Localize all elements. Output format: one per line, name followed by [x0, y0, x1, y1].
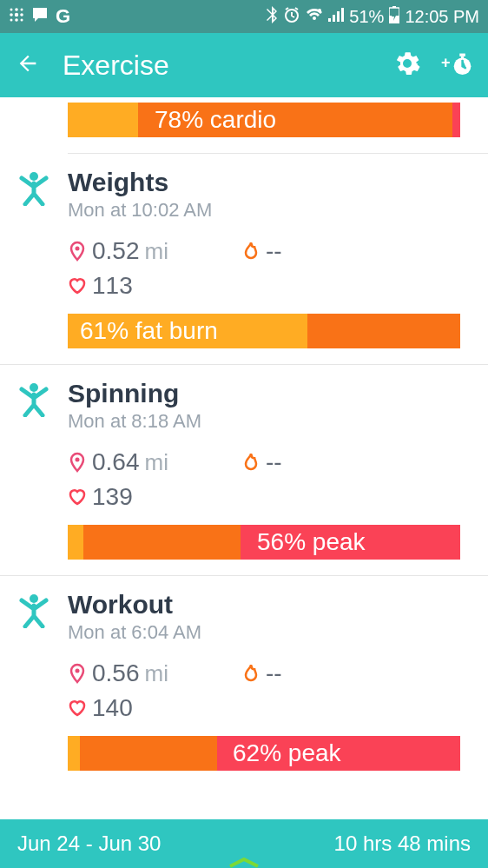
svg-point-6 — [10, 18, 13, 21]
exercise-item-partial[interactable]: 78% cardio — [0, 103, 488, 154]
zone-segment-peak — [452, 103, 460, 137]
zone-bar: 61% fat burn — [68, 314, 460, 348]
calories-value: -- — [266, 237, 282, 265]
summary-date-range: Jun 24 - Jun 30 — [17, 832, 334, 856]
exercise-item[interactable]: Spinning Mon at 8:18 AM 0.64 mi -- — [0, 365, 488, 576]
battery-text: 51% — [349, 7, 384, 27]
exercise-item[interactable]: Workout Mon at 6:04 AM 0.56 mi -- — [0, 576, 488, 771]
svg-point-7 — [15, 18, 18, 22]
zone-bar: 78% cardio — [68, 103, 460, 137]
activity-icon — [0, 379, 68, 417]
exercise-title: Workout — [68, 590, 488, 620]
chat-notif-icon — [31, 6, 49, 28]
heart-icon — [68, 277, 87, 295]
svg-point-0 — [10, 8, 13, 10]
app-bar-title: Exercise — [63, 50, 394, 82]
exercise-title: Weights — [68, 168, 488, 197]
zone-bar: 56% peak — [68, 525, 460, 560]
distance-unit: mi — [145, 449, 168, 476]
svg-point-10 — [318, 9, 321, 12]
distance-value: 0.56 — [92, 659, 140, 687]
svg-point-2 — [21, 8, 23, 10]
exercise-datetime: Mon at 8:18 AM — [68, 410, 488, 433]
heart-rate-value: 139 — [92, 483, 133, 511]
svg-rect-12 — [392, 6, 396, 8]
svg-point-3 — [10, 13, 13, 17]
fitbit-notif-icon — [9, 7, 24, 27]
calories-icon — [241, 452, 260, 473]
heart-icon — [68, 699, 87, 717]
distance-icon — [68, 663, 87, 684]
exercise-datetime: Mon at 10:02 AM — [68, 199, 488, 222]
heart-rate-value: 140 — [92, 694, 133, 722]
back-button[interactable] — [16, 51, 40, 79]
summary-total-time: 10 hrs 48 mins — [334, 832, 471, 856]
alarm-icon — [283, 6, 300, 28]
zone-label: 61% fat burn — [68, 317, 218, 345]
calories-value: -- — [266, 448, 282, 476]
zone-bar: 62% peak — [68, 736, 460, 771]
settings-button[interactable] — [394, 50, 420, 80]
exercise-title: Spinning — [68, 379, 488, 408]
bluetooth-icon — [266, 6, 278, 28]
calories-icon — [241, 241, 260, 262]
svg-point-8 — [21, 18, 23, 21]
pull-up-handle[interactable] — [227, 856, 261, 868]
google-notif-icon: G — [56, 5, 70, 28]
battery-icon — [389, 6, 399, 28]
svg-point-20 — [30, 383, 38, 392]
svg-point-1 — [15, 8, 18, 11]
svg-point-5 — [20, 13, 23, 17]
wifi-icon — [306, 8, 323, 26]
heart-icon — [68, 488, 87, 506]
zone-segment — [307, 314, 460, 348]
calories-icon — [241, 663, 260, 684]
exercise-datetime: Mon at 6:04 AM — [68, 621, 488, 644]
calories-value: -- — [266, 659, 282, 687]
svg-point-21 — [76, 458, 80, 462]
svg-point-18 — [30, 172, 38, 181]
distance-value: 0.64 — [92, 448, 140, 476]
status-bar: G 51% 12:05 PM — [0, 0, 488, 33]
heart-rate-value: 113 — [92, 272, 133, 300]
svg-rect-16 — [459, 54, 465, 56]
svg-point-4 — [15, 12, 18, 16]
exercise-item[interactable]: Weights Mon at 10:02 AM 0.52 mi -- — [0, 154, 488, 365]
svg-text:+: + — [441, 54, 451, 71]
signal-icon — [328, 8, 344, 26]
zone-label: 78% cardio — [68, 106, 276, 134]
svg-rect-17 — [461, 56, 464, 59]
activity-icon — [0, 168, 68, 206]
status-time: 12:05 PM — [405, 7, 479, 27]
distance-icon — [68, 452, 87, 473]
zone-label: 56% peak — [68, 528, 366, 556]
activity-icon — [0, 590, 68, 628]
svg-point-22 — [30, 594, 38, 603]
svg-point-19 — [76, 247, 80, 251]
distance-value: 0.52 — [92, 237, 140, 265]
svg-point-23 — [76, 669, 80, 673]
add-stopwatch-button[interactable]: + — [441, 50, 472, 81]
distance-unit: mi — [145, 238, 168, 265]
zone-label: 62% peak — [68, 739, 341, 767]
distance-icon — [68, 241, 87, 262]
distance-unit: mi — [145, 660, 168, 687]
app-bar: Exercise + — [0, 33, 488, 97]
